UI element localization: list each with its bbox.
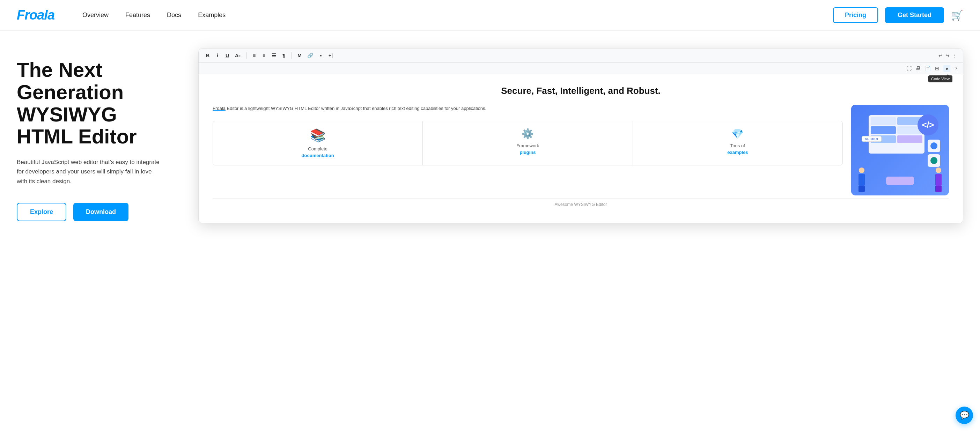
feature-plugins[interactable]: ⚙️ Framework plugins xyxy=(423,121,633,165)
slider-badge: SLIDER xyxy=(862,136,881,142)
person-left-legs xyxy=(859,186,865,192)
toolbar-list-ordered[interactable]: ☰ xyxy=(270,52,278,59)
hero-subtitle: Beautiful JavaScript web editor that's e… xyxy=(17,157,163,186)
toolbar-media[interactable]: M xyxy=(296,52,303,59)
get-started-button[interactable]: Get Started xyxy=(885,7,944,23)
logo[interactable]: Froala xyxy=(17,8,54,23)
toolbar-font-size[interactable]: A≡ xyxy=(234,52,242,59)
code-circle: </> xyxy=(918,115,939,135)
toolbar-align-left[interactable]: ≡ xyxy=(251,52,258,59)
avatar-card-2 xyxy=(928,154,940,167)
hero-left: The Next Generation WYSIWYG HTML Editor … xyxy=(17,52,177,221)
toolbar-right: ↩ ↪ ⋮ xyxy=(939,53,957,58)
toolbar-print[interactable]: 🖶 xyxy=(916,65,921,71)
editor-description-rest: Editor is a lightweight WYSIWYG HTML Edi… xyxy=(227,106,486,111)
toolbar-image[interactable]: ▪ xyxy=(317,52,325,59)
toolbar-sep-2 xyxy=(291,52,292,59)
plugins-icon: ⚙️ xyxy=(427,128,628,140)
illus-cell-1 xyxy=(871,117,896,125)
illus-cell-3 xyxy=(871,126,896,134)
plugins-link[interactable]: plugins xyxy=(427,150,628,155)
hero-buttons: Explore Download xyxy=(17,203,177,221)
hero-title: The Next Generation WYSIWYG HTML Editor xyxy=(17,59,177,148)
chat-icon: 💬 xyxy=(960,411,969,420)
nav-examples[interactable]: Examples xyxy=(198,11,226,19)
editor-text-col: Froala Editor is a lightweight WYSIWYG H… xyxy=(213,105,843,196)
docs-label: Complete xyxy=(217,146,418,151)
toolbar-redo[interactable]: ↪ xyxy=(945,53,950,58)
nav-features[interactable]: Features xyxy=(125,11,150,19)
froala-link[interactable]: Froala xyxy=(213,106,226,111)
toolbar-pdf[interactable]: 📄 xyxy=(925,65,931,71)
editor-illustration: SLIDER </> xyxy=(851,105,949,196)
plugins-label: Framework xyxy=(427,143,628,148)
illus-cell-6 xyxy=(897,135,923,143)
editor-content-body: Froala Editor is a lightweight WYSIWYG H… xyxy=(213,105,949,196)
nav-docs[interactable]: Docs xyxy=(167,11,181,19)
editor-illustration-col: SLIDER </> xyxy=(851,105,949,196)
explore-button[interactable]: Explore xyxy=(17,203,66,221)
toolbar-undo[interactable]: ↩ xyxy=(939,53,943,58)
navbar: Froala Overview Features Docs Examples P… xyxy=(0,0,980,31)
toolbar-italic[interactable]: i xyxy=(214,52,221,59)
illus-purple-card xyxy=(886,177,914,185)
person-right-head xyxy=(935,167,941,173)
logo-text: Froala xyxy=(17,8,54,22)
editor-caption: Awesome WYSIWYG Editor xyxy=(213,198,949,212)
toolbar-paragraph[interactable]: ¶ xyxy=(280,52,287,59)
cart-icon[interactable]: 🛒 xyxy=(951,10,963,21)
editor-second-toolbar: ⛶ 🖶 📄 ⊞ ● ? Code View xyxy=(199,63,963,74)
illus-person-left xyxy=(856,167,867,192)
toolbar-bold[interactable]: B xyxy=(204,52,211,59)
hero-right: B i U A≡ ≡ ≡ ☰ ¶ M 🔗 ▪ +| ↩ ↪ ⋮ xyxy=(191,52,963,223)
person-left-body xyxy=(859,174,865,186)
toolbar-fullscreen[interactable]: ⛶ xyxy=(907,65,912,71)
toolbar-help[interactable]: ? xyxy=(955,65,957,71)
person-right-body xyxy=(935,174,942,186)
toolbar-code-view[interactable]: ● xyxy=(943,65,950,72)
editor-window: B i U A≡ ≡ ≡ ☰ ¶ M 🔗 ▪ +| ↩ ↪ ⋮ xyxy=(198,48,963,223)
person-left-head xyxy=(859,167,864,173)
editor-toolbar: B i U A≡ ≡ ≡ ☰ ¶ M 🔗 ▪ +| ↩ ↪ ⋮ xyxy=(199,49,963,63)
avatar-dot-teal xyxy=(931,157,937,164)
examples-link[interactable]: examples xyxy=(637,150,838,155)
code-icon: </> xyxy=(922,120,934,130)
docs-link[interactable]: documentation xyxy=(217,153,418,158)
feature-examples[interactable]: 💎 Tons of examples xyxy=(633,121,842,165)
pricing-button[interactable]: Pricing xyxy=(833,7,878,23)
nav-links: Overview Features Docs Examples xyxy=(83,11,833,19)
nav-overview[interactable]: Overview xyxy=(83,11,108,19)
avatar-card-1 xyxy=(928,140,940,152)
toolbar-sep-1 xyxy=(246,52,247,59)
illustration-inner: SLIDER </> xyxy=(851,105,949,196)
code-view-tooltip: Code View xyxy=(928,75,953,83)
toolbar-insert[interactable]: +| xyxy=(327,52,334,59)
toolbar-grid[interactable]: ⊞ xyxy=(935,65,939,71)
editor-features-row: 📚 Complete documentation ⚙️ Framework pl… xyxy=(213,121,843,165)
editor-content-title: Secure, Fast, Intelligent, and Robust. xyxy=(213,86,949,96)
toolbar-more[interactable]: ⋮ xyxy=(953,53,957,58)
avatar-dot-blue xyxy=(931,142,937,149)
editor-description: Froala Editor is a lightweight WYSIWYG H… xyxy=(213,105,843,112)
editor-body: Secure, Fast, Intelligent, and Robust. F… xyxy=(199,74,963,223)
examples-label: Tons of xyxy=(637,143,838,148)
chat-bubble[interactable]: 💬 xyxy=(956,407,973,424)
nav-actions: Pricing Get Started 🛒 xyxy=(833,7,963,23)
illus-person-right xyxy=(933,167,944,192)
examples-icon: 💎 xyxy=(637,128,838,140)
avatar-cards xyxy=(928,140,940,167)
feature-documentation[interactable]: 📚 Complete documentation xyxy=(213,121,423,165)
toolbar-underline[interactable]: U xyxy=(224,52,231,59)
toolbar-align-center[interactable]: ≡ xyxy=(261,52,267,59)
person-right-legs xyxy=(935,186,942,192)
hero-section: The Next Generation WYSIWYG HTML Editor … xyxy=(0,31,980,431)
docs-icon: 📚 xyxy=(217,128,418,143)
toolbar-link[interactable]: 🔗 xyxy=(306,52,315,59)
download-button[interactable]: Download xyxy=(73,203,129,221)
